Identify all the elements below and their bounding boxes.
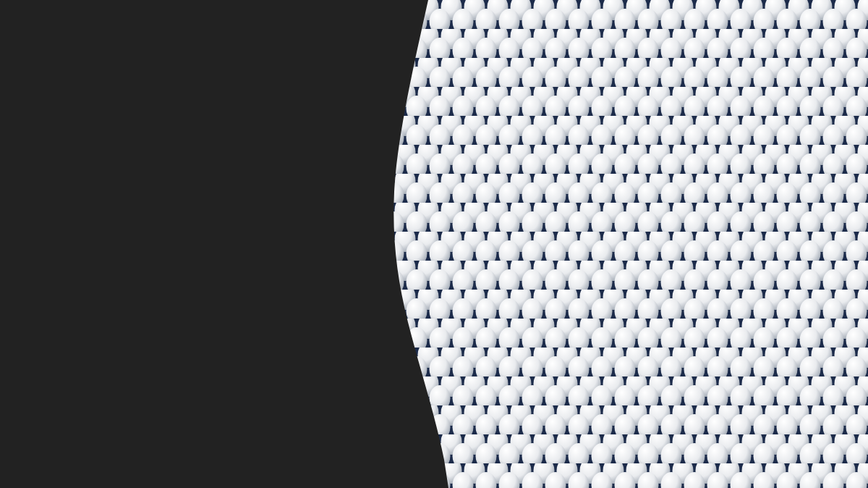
- sky-background: [0, 0, 868, 488]
- desktop-screen: Bilgisayar Geri Dönüşü... ↗ Google Chrom…: [0, 0, 868, 488]
